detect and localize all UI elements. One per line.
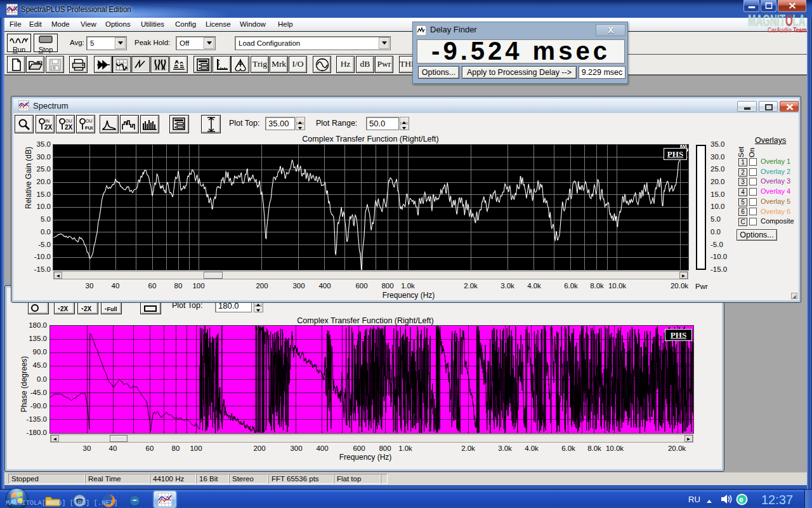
svg-text:e: e	[739, 495, 743, 504]
svg-text:OUT: OUT	[86, 119, 93, 123]
svg-text:OUT: OUT	[65, 119, 72, 123]
svg-text:FULL: FULL	[85, 125, 93, 131]
svg-text:IN: IN	[45, 119, 49, 123]
svg-text:2X: 2X	[44, 124, 52, 131]
svg-text:2X: 2X	[65, 124, 72, 131]
